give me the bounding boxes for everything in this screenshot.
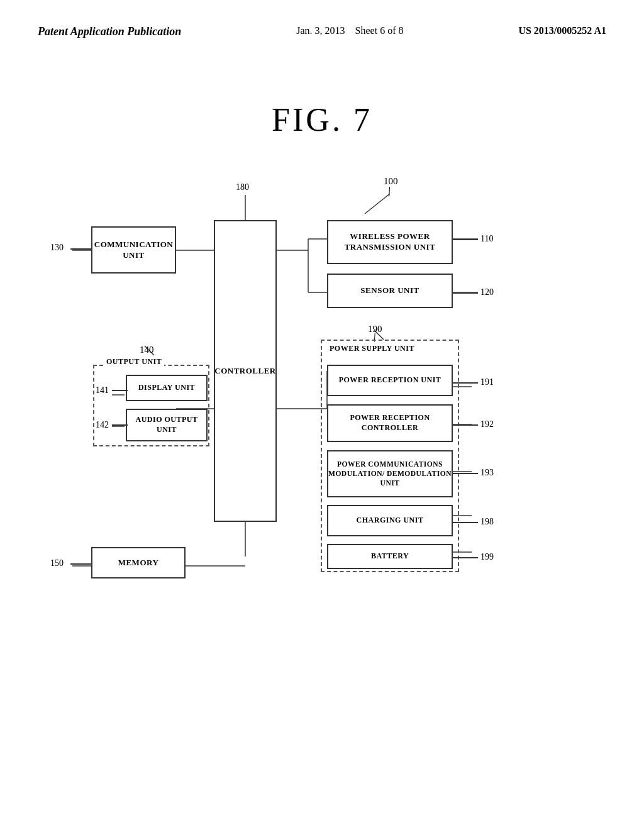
sheet-label: Sheet 6 of 8 bbox=[355, 25, 404, 36]
ref-110: 110 bbox=[480, 234, 493, 244]
ref-198-dash bbox=[453, 522, 478, 523]
battery-box: BATTERY bbox=[327, 544, 453, 569]
power-reception-unit-box: POWER RECEPTION UNIT bbox=[327, 365, 453, 396]
ref-199: 199 bbox=[480, 552, 494, 562]
charging-unit-box: CHARGING UNIT bbox=[327, 505, 453, 536]
wireless-power-tx-box: WIRELESS POWER TRANSMISSION UNIT bbox=[327, 220, 453, 264]
svg-line-0 bbox=[365, 194, 390, 214]
ref-191: 191 bbox=[480, 377, 494, 387]
ref-193: 193 bbox=[480, 468, 494, 478]
ref-180: 180 bbox=[236, 182, 249, 192]
ref-120-dash bbox=[453, 292, 478, 294]
sensor-unit-box: SENSOR UNIT bbox=[327, 274, 453, 308]
controller-box: CONTROLLER bbox=[214, 220, 277, 522]
ref-142-dash bbox=[112, 424, 128, 426]
ref-192-dash bbox=[453, 424, 478, 426]
page-header: Patent Application Publication Jan. 3, 2… bbox=[0, 0, 644, 51]
communication-unit-box: COMMUNICATION UNIT bbox=[91, 226, 176, 274]
ref-120: 120 bbox=[480, 287, 494, 297]
output-unit-label: OUTPUT UNIT bbox=[104, 357, 164, 367]
memory-box: MEMORY bbox=[91, 547, 186, 578]
ref-141-dash bbox=[112, 390, 128, 391]
ref-150: 150 bbox=[50, 558, 64, 568]
ref-141: 141 bbox=[96, 385, 109, 396]
ref-191-dash bbox=[453, 382, 478, 384]
power-comms-box: POWER COMMUNICATIONS MODULATION/ DEMODUL… bbox=[327, 450, 453, 497]
ref-193-dash bbox=[453, 473, 478, 474]
date-sheet-label: Jan. 3, 2013 Sheet 6 of 8 bbox=[296, 25, 403, 36]
audio-output-unit-box: AUDIO OUTPUT UNIT bbox=[126, 409, 208, 441]
ref-130-dash bbox=[70, 248, 92, 250]
ref-192: 192 bbox=[480, 419, 494, 429]
date-label: Jan. 3, 2013 bbox=[296, 25, 345, 36]
power-supply-unit-label: POWER SUPPLY UNIT bbox=[327, 344, 417, 353]
diagram-area: 100 / 180 CONTROLLER COMMUNICATION UNIT … bbox=[0, 157, 644, 673]
display-unit-box: DISPLAY UNIT bbox=[126, 375, 208, 401]
ref-199-dash bbox=[453, 557, 478, 558]
ref-142: 142 bbox=[96, 420, 109, 430]
ref-130: 130 bbox=[50, 243, 64, 253]
ref-150-dash bbox=[70, 563, 92, 565]
ref-110-dash bbox=[453, 239, 478, 240]
ref-140: 140 bbox=[140, 345, 154, 355]
power-reception-controller-box: POWER RECEPTION CONTROLLER bbox=[327, 404, 453, 442]
ref-198: 198 bbox=[480, 517, 494, 527]
figure-title: FIG. 7 bbox=[0, 101, 644, 138]
patent-number-label: US 2013/0005252 A1 bbox=[518, 25, 606, 36]
publication-label: Patent Application Publication bbox=[38, 25, 181, 38]
